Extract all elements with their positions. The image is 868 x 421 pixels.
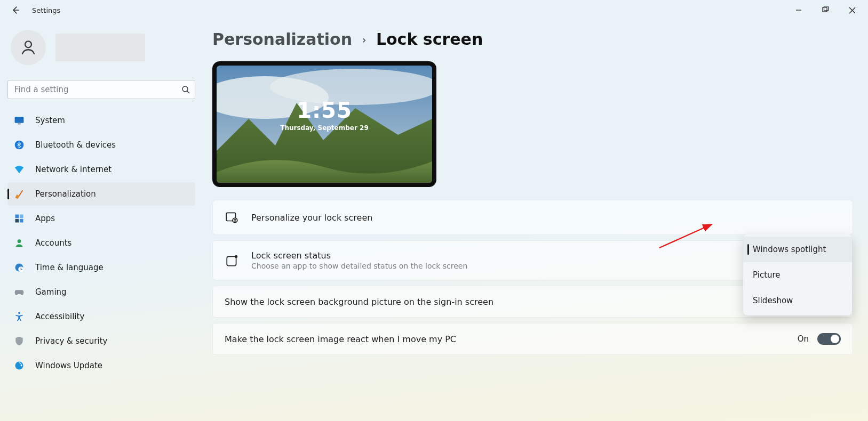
sidebar-item-label: Time & language	[35, 263, 103, 272]
lock-screen-source-dropdown: Windows spotlight Picture Slideshow	[743, 234, 852, 315]
sidebar-item-accessibility[interactable]: Accessibility	[7, 305, 195, 328]
paintbrush-icon	[13, 188, 26, 200]
svg-rect-3	[824, 6, 829, 11]
close-button[interactable]	[845, 3, 859, 18]
avatar	[11, 30, 46, 65]
svg-rect-28	[227, 256, 236, 265]
card-personalize-lock-screen[interactable]: Personalize your lock screen	[212, 200, 853, 235]
preview-clock-block: 1:55 Thursday, September 29	[217, 100, 432, 132]
breadcrumb: Personalization › Lock screen	[212, 30, 853, 48]
dropdown-option-slideshow[interactable]: Slideshow	[743, 288, 852, 313]
svg-line-8	[187, 91, 189, 93]
sidebar-item-label: Gaming	[35, 287, 67, 297]
sidebar-item-gaming[interactable]: Gaming	[7, 280, 195, 304]
apps-icon	[13, 212, 26, 225]
sidebar-item-bluetooth[interactable]: Bluetooth & devices	[7, 133, 195, 157]
svg-point-29	[235, 255, 237, 257]
sidebar-item-label: System	[35, 116, 65, 125]
sidebar-item-label: Network & internet	[35, 165, 112, 174]
svg-point-7	[182, 86, 188, 92]
search-input[interactable]	[7, 80, 195, 99]
wifi-icon	[13, 163, 26, 176]
svg-rect-2	[823, 7, 827, 12]
sidebar-item-system[interactable]: System	[7, 109, 195, 132]
globe-clock-icon	[13, 261, 26, 274]
shield-icon	[13, 335, 26, 347]
svg-rect-11	[18, 124, 21, 125]
gamepad-icon	[13, 286, 26, 298]
svg-point-6	[25, 41, 31, 47]
maximize-button[interactable]	[818, 3, 833, 18]
toggle-state-label: On	[798, 334, 809, 344]
sidebar-item-time-language[interactable]: Time & language	[7, 256, 195, 279]
svg-point-17	[18, 239, 21, 243]
svg-rect-15	[15, 219, 19, 223]
page-title: Lock screen	[376, 30, 483, 48]
preview-date: Thursday, September 29	[217, 124, 432, 132]
card-title: Make the lock screen image react when I …	[225, 334, 786, 344]
accessibility-icon	[13, 310, 26, 323]
search-wrap	[7, 80, 195, 99]
dropdown-option-label: Windows spotlight	[753, 245, 826, 254]
toggle-react-move[interactable]	[817, 333, 841, 345]
user-name-redacted	[55, 34, 145, 61]
svg-rect-10	[15, 117, 24, 123]
dropdown-option-label: Slideshow	[753, 296, 793, 305]
chevron-right-icon: ›	[362, 33, 367, 46]
status-badge-icon	[225, 253, 240, 268]
preview-clock: 1:55	[217, 100, 432, 121]
sidebar-item-label: Privacy & security	[35, 336, 107, 346]
window-title: Settings	[32, 6, 60, 14]
sidebar-item-label: Bluetooth & devices	[35, 140, 116, 150]
svg-rect-16	[20, 219, 23, 223]
card-title: Show the lock screen background picture …	[225, 297, 786, 307]
back-button[interactable]	[10, 4, 21, 16]
sidebar-item-label: Accounts	[35, 238, 71, 248]
dropdown-option-windows-spotlight[interactable]: Windows spotlight	[743, 237, 852, 262]
sidebar-item-label: Windows Update	[35, 361, 102, 370]
svg-rect-14	[20, 215, 23, 218]
dropdown-option-label: Picture	[753, 270, 781, 280]
sidebar-item-personalization[interactable]: Personalization	[7, 182, 195, 206]
svg-point-26	[233, 218, 237, 223]
window-controls	[791, 3, 863, 18]
sidebar-item-label: Apps	[35, 214, 55, 223]
sidebar-item-label: Accessibility	[35, 312, 84, 321]
lock-screen-preview[interactable]: 1:55 Thursday, September 29	[212, 61, 436, 187]
sidebar-item-accounts[interactable]: Accounts	[7, 231, 195, 255]
breadcrumb-parent[interactable]: Personalization	[212, 30, 352, 48]
user-block[interactable]	[7, 30, 195, 72]
monitor-icon	[13, 114, 26, 127]
nav-list: System Bluetooth & devices Network & int…	[7, 109, 195, 377]
sidebar-item-privacy[interactable]: Privacy & security	[7, 329, 195, 353]
card-react-when-move: Make the lock screen image react when I …	[212, 323, 853, 355]
bluetooth-icon	[13, 139, 26, 151]
person-icon	[13, 237, 26, 249]
title-bar: Settings	[0, 0, 868, 20]
card-title: Personalize your lock screen	[251, 213, 841, 223]
main-content: Personalization › Lock screen	[212, 26, 868, 421]
sidebar: System Bluetooth & devices Network & int…	[0, 20, 203, 421]
update-icon	[13, 359, 26, 372]
picture-lock-icon	[225, 210, 240, 225]
dropdown-option-picture[interactable]: Picture	[743, 262, 852, 288]
sidebar-item-label: Personalization	[35, 189, 96, 199]
search-icon	[181, 80, 190, 99]
svg-rect-13	[15, 215, 19, 218]
sidebar-item-apps[interactable]: Apps	[7, 207, 195, 230]
sidebar-item-windows-update[interactable]: Windows Update	[7, 354, 195, 377]
sidebar-item-network[interactable]: Network & internet	[7, 158, 195, 181]
svg-point-20	[18, 312, 20, 314]
minimize-button[interactable]	[791, 3, 806, 18]
